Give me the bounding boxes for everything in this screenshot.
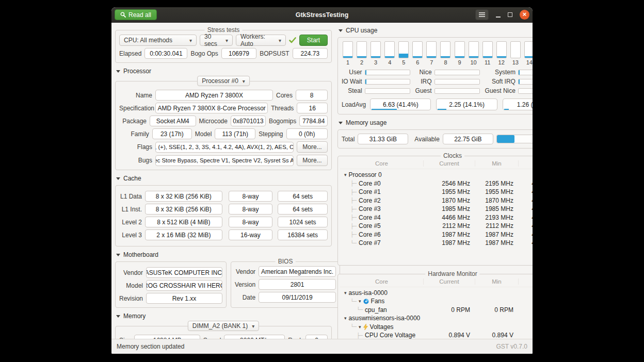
hamburger-menu-button[interactable] [475, 9, 489, 20]
hwmon-header-current[interactable]: Current [424, 278, 475, 285]
tree-expander-icon[interactable]: ▾ [344, 172, 347, 177]
clocks-header-core[interactable]: Core [340, 160, 424, 167]
stress-workers-combo[interactable]: Workers: Auto▾ [236, 35, 286, 46]
clocks-core-row[interactable]: Core #4 4466 MHz 2193 MHz 4466 MHz [340, 213, 533, 222]
memory-expander-label: Memory [123, 312, 146, 320]
expander-arrow-icon [116, 315, 120, 318]
bugs-label: Bugs [119, 157, 152, 164]
bios-vendor-label: Vendor [235, 268, 255, 275]
clocks-core-row[interactable]: Core #3 1985 MHz 1985 MHz 4320 MHz [340, 205, 533, 213]
read-all-button[interactable]: Read all [115, 9, 157, 20]
bios-version-value: 2801 [259, 279, 336, 290]
cpu-usage-frame: 1 2 3 4 [337, 37, 533, 114]
loadavg-box: 1.26 (7.9%) [503, 98, 533, 110]
hwmon-header-core[interactable]: Core [340, 278, 424, 285]
close-icon: × [523, 10, 527, 18]
tree-expander-icon[interactable]: ▾ [344, 290, 347, 295]
clocks-core-row[interactable]: Core #5 2112 MHz 2112 MHz 4322 MHz [340, 222, 533, 231]
clock-current-value: 2546 MHz [424, 180, 475, 187]
maximize-button[interactable] [508, 12, 512, 17]
tree-connector [350, 206, 357, 212]
window-title: GtkStressTesting [111, 11, 533, 19]
clock-min-value: 1987 MHz [475, 231, 519, 238]
mb-revision-value: Rev 1.xx [146, 293, 222, 304]
cpu-core-bar-fill [455, 56, 464, 58]
clock-current-value: 4466 MHz [424, 214, 475, 221]
cache-expander[interactable]: Cache [116, 175, 331, 182]
memory-usage-bar [496, 135, 533, 143]
bugs-more-button[interactable]: More... [297, 155, 328, 166]
package-value: Socket AM4 [150, 116, 196, 126]
clocks-header-current[interactable]: Current [424, 160, 475, 167]
tree-expander-icon[interactable]: ▾ [359, 324, 361, 330]
tree-expander-icon[interactable]: ▾ [359, 299, 361, 304]
flags-value: MMX, (+), SSE(1, 2, 3, 3S, 4.1, 4.2, 4A)… [155, 142, 294, 153]
clocks-group-row[interactable]: ▾ Processor 0 [340, 171, 533, 179]
status-message: Memory section updated [117, 343, 184, 350]
cpu-core-number: 6 [412, 59, 423, 65]
stress-duration-combo[interactable]: 30 secs▾ [200, 35, 233, 46]
cache-size-value: 2 x 16 MiB (32 MiB) [145, 229, 222, 240]
ready-check-icon [289, 37, 296, 43]
hwmon-group-row[interactable]: ▾ asus-isa-0000 [340, 289, 533, 298]
cache-row: Level 2 8 x 512 KiB (4 MiB) 8-way 1024 s… [119, 217, 328, 227]
hwmon-group-row[interactable]: ▾ asuswmisensors-isa-0000 [340, 314, 533, 323]
hwmon-fan-value-row[interactable]: cpu_fan 0 RPM 0 RPM 0 RPM [340, 306, 533, 315]
cpu-core-bar [343, 41, 353, 58]
clocks-core-row[interactable]: Core #7 1987 MHz 1987 MHz 4322 MHz [340, 239, 533, 248]
clock-min-value: 1955 MHz [475, 188, 519, 195]
clocks-header-max[interactable]: Max [519, 160, 533, 167]
dimm-selector-combo[interactable]: DIMM_A2 (BANK 1)▾ [188, 321, 259, 331]
motherboard-expander[interactable]: Motherboard [116, 251, 331, 258]
minimize-button[interactable] [496, 12, 501, 18]
title-bar[interactable]: GtkStressTesting Read all × [111, 7, 533, 23]
fan-max-value: 0 RPM [519, 306, 533, 314]
hwmon-table-header[interactable]: Core Current Min Max [340, 277, 533, 287]
cpu-core-number: 4 [384, 59, 395, 65]
tree-expander-icon[interactable]: ▾ [344, 316, 347, 321]
clocks-header-min[interactable]: Min [475, 160, 519, 167]
cpu-meter-label: System [485, 69, 516, 76]
memory-usage-expander[interactable]: Memory usage [339, 119, 533, 126]
clocks-core-row[interactable]: Core #6 1987 MHz 1987 MHz 4322 MHz [340, 231, 533, 239]
cpu-usage-expander[interactable]: CPU usage [339, 27, 533, 34]
microcode-value: 0x8701013 [231, 116, 266, 126]
clocks-core-row[interactable]: Core #0 2546 MHz 2195 MHz 4320 MHz [340, 179, 533, 188]
bios-date-value: 09/11/2019 [259, 292, 336, 303]
hwmon-voltages-row[interactable]: ▾ Voltages [340, 323, 533, 332]
cpu-core-number: 14 [524, 59, 533, 65]
cache-row: L1 Inst. 8 x 32 KiB (256 KiB) 8-way 64 s… [119, 204, 328, 215]
hwmon-header-max[interactable]: Max [519, 278, 533, 285]
hamburger-icon [479, 12, 485, 17]
cpu-meter-trough [518, 79, 533, 85]
processor-selector-combo[interactable]: Processor #0▾ [197, 76, 250, 86]
bogo-ops-label: Bogo Ops [190, 50, 218, 57]
start-button[interactable]: Start [299, 35, 328, 46]
stepping-label: Stepping [259, 130, 283, 138]
motherboard-expander-label: Motherboard [123, 251, 158, 258]
loadavg-underline [438, 109, 446, 110]
processor-expander[interactable]: Processor [116, 68, 331, 75]
cpu-core-cell: 3 [371, 41, 381, 65]
close-button[interactable]: × [520, 10, 529, 20]
stress-method-combo[interactable]: CPU: All methods▾ [119, 35, 197, 46]
clocks-core-row[interactable]: Core #2 1870 MHz 1870 MHz 4320 MHz [340, 196, 533, 205]
cpu-core-cell: 7 [426, 41, 437, 65]
mem-total-value: 31.33 GiB [358, 134, 408, 144]
clocks-frame: Clocks Core Current Min Max ▾ Processor … [337, 156, 533, 266]
cache-sets-value: 64 sets [278, 191, 328, 202]
memory-usage-bar-fill [497, 135, 515, 143]
clock-min-value: 2195 MHz [475, 180, 519, 187]
memory-expander[interactable]: Memory [116, 312, 331, 320]
clock-max-value: 4466 MHz [519, 214, 533, 221]
cpu-meter-trough [365, 70, 410, 75]
loadavg-underline [372, 109, 396, 110]
hwmon-header-min[interactable]: Min [475, 278, 519, 285]
cpu-core-number: 11 [482, 59, 493, 65]
clocks-core-row[interactable]: Core #1 1955 MHz 1955 MHz 4320 MHz [340, 188, 533, 196]
flags-more-button[interactable]: More... [297, 141, 328, 153]
hwmon-fans-row[interactable]: ▾ Fans [340, 297, 533, 306]
clock-current-value: 1955 MHz [424, 188, 475, 195]
cpu-meter-label: Guest [415, 87, 432, 94]
clocks-table-header[interactable]: Core Current Min Max [340, 159, 533, 169]
